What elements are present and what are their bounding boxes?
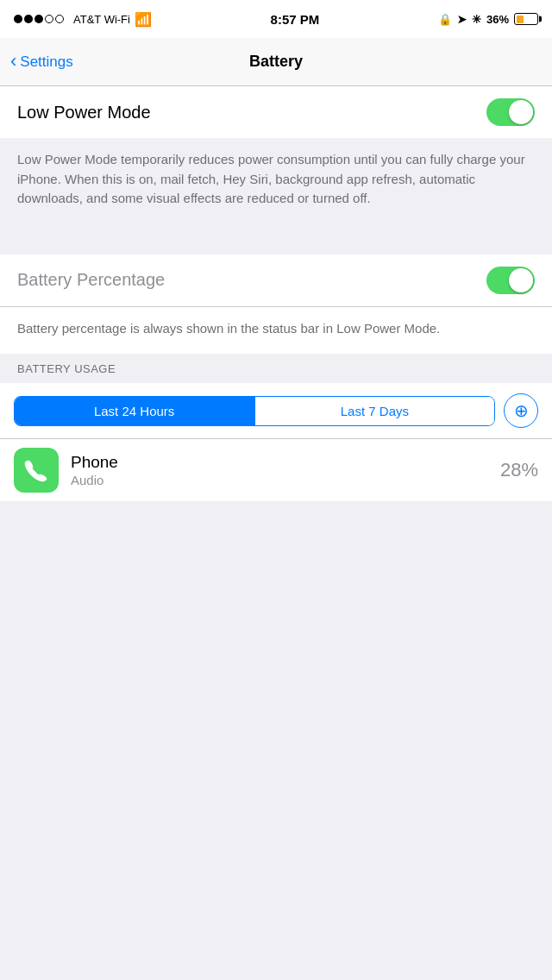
low-power-mode-description-block: Low Power Mode temporarily reduces power… xyxy=(0,138,552,224)
clock-button[interactable]: ⊕ xyxy=(504,393,538,428)
lock-icon: 🔒 xyxy=(438,13,452,26)
bluetooth-icon: ✳ xyxy=(472,13,481,26)
back-label: Settings xyxy=(20,53,72,71)
back-button[interactable]: ‹ Settings xyxy=(10,53,73,71)
battery-percentage-toggle[interactable] xyxy=(486,267,535,294)
location-icon: ➤ xyxy=(457,13,467,26)
wifi-icon: 📶 xyxy=(135,11,152,28)
chevron-left-icon: ‹ xyxy=(10,52,16,71)
battery-percentage-description: Battery percentage is always shown in th… xyxy=(17,319,535,339)
battery-percent-label: 36% xyxy=(486,13,509,26)
tab-24h[interactable]: Last 24 Hours xyxy=(15,397,254,425)
battery-percentage-label: Battery Percentage xyxy=(17,270,165,290)
low-power-mode-label: Low Power Mode xyxy=(17,103,151,122)
battery-icon xyxy=(514,13,538,25)
carrier-label: AT&T Wi-Fi xyxy=(73,13,130,26)
toggle-knob xyxy=(509,100,533,124)
phone-app-percent: 28% xyxy=(500,459,538,481)
low-power-mode-description: Low Power Mode temporarily reduces power… xyxy=(17,150,535,209)
signal-dots xyxy=(14,12,66,26)
status-left: AT&T Wi-Fi 📶 xyxy=(14,11,152,28)
status-bar: AT&T Wi-Fi 📶 8:57 PM 🔒 ➤ ✳ 36% xyxy=(0,0,552,38)
low-power-mode-section: Low Power Mode xyxy=(0,86,552,138)
low-power-mode-toggle[interactable] xyxy=(486,98,535,126)
content: Low Power Mode Low Power Mode temporaril… xyxy=(0,86,552,501)
nav-bar: ‹ Settings Battery xyxy=(0,38,552,86)
battery-usage-title: BATTERY USAGE xyxy=(17,362,116,375)
low-power-mode-row: Low Power Mode xyxy=(0,86,552,138)
battery-usage-tabs-container: Last 24 Hours Last 7 Days ⊕ xyxy=(0,383,552,438)
battery-percentage-description-block: Battery percentage is always shown in th… xyxy=(0,306,552,355)
app-row-phone: Phone Audio 28% xyxy=(0,438,552,501)
phone-app-name: Phone xyxy=(71,453,488,472)
tabs-group: Last 24 Hours Last 7 Days xyxy=(14,396,495,426)
battery-percentage-row: Battery Percentage xyxy=(0,254,552,306)
page-title: Battery xyxy=(249,53,303,71)
phone-app-subtitle: Audio xyxy=(71,473,488,487)
phone-app-info: Phone Audio xyxy=(71,453,488,487)
clock-icon: ⊕ xyxy=(514,400,529,421)
status-right: 🔒 ➤ ✳ 36% xyxy=(438,13,538,26)
status-time: 8:57 PM xyxy=(271,12,320,27)
battery-percentage-section: Battery Percentage xyxy=(0,254,552,306)
phone-app-icon xyxy=(14,448,59,493)
section-gap-1 xyxy=(0,224,552,254)
tab-7d[interactable]: Last 7 Days xyxy=(255,397,494,425)
toggle-knob-2 xyxy=(509,268,533,292)
battery-usage-header: BATTERY USAGE xyxy=(0,354,552,383)
phone-icon xyxy=(23,457,49,483)
